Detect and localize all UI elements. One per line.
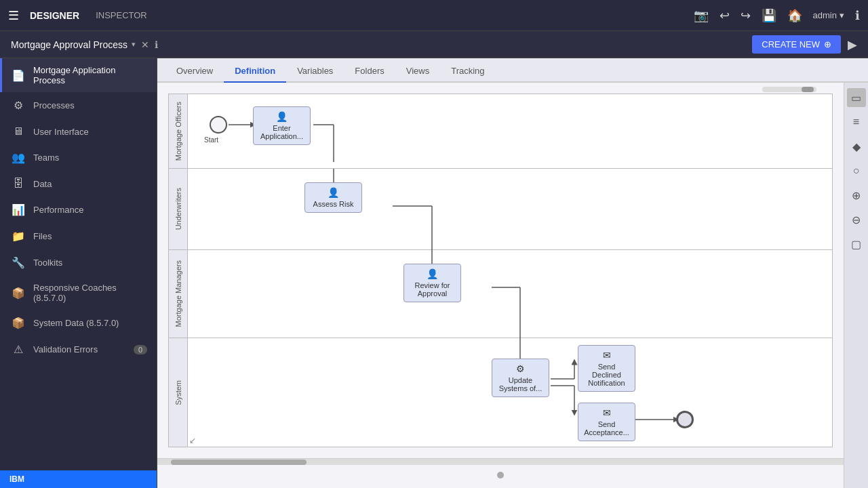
- deploy-button[interactable]: 🏠: [787, 8, 802, 23]
- task-icon-acceptance: ✉: [584, 407, 629, 418]
- sidebar-item-label: Files: [33, 231, 52, 241]
- task-enter-application[interactable]: 👤 Enter Application...: [253, 106, 311, 145]
- toolbar-select-button[interactable]: ▭: [847, 88, 866, 107]
- menu-icon[interactable]: ☰: [8, 8, 19, 23]
- sidebar-item-system-data[interactable]: 📦 System Data (8.5.7.0): [0, 310, 157, 336]
- tab-folders[interactable]: Folders: [344, 60, 395, 83]
- task-send-acceptance[interactable]: ✉ Send Acceptance...: [578, 403, 635, 441]
- subbar-icons: ✕ ℹ: [141, 39, 158, 50]
- swimlane-label-col-mortgage-officers: Mortgage Officers: [169, 94, 188, 168]
- sidebar-item-responsive-coaches[interactable]: 📦 Responsive Coaches (8.5.7.0): [0, 276, 157, 310]
- sidebar-item-label: System Data (8.5.7.0): [33, 318, 119, 328]
- swimlane-row-mortgage-managers: Mortgage Managers: [169, 250, 832, 338]
- swimlane-label-col-system: System: [169, 338, 188, 447]
- topbar-info-icon[interactable]: ℹ: [855, 8, 860, 23]
- sidebar-item-label: Mortgage Application Process: [33, 65, 147, 85]
- close-process-button[interactable]: ✕: [141, 39, 149, 50]
- sidebar-item-label: Data: [33, 179, 52, 189]
- sidebar-item-teams[interactable]: 👥 Teams: [0, 144, 157, 171]
- task-assess-risk[interactable]: 👤 Assess Risk: [304, 182, 362, 213]
- swimlane-content-mortgage-managers: 👤 Review for Approval: [188, 250, 832, 338]
- arrows-svg-managers: [188, 250, 832, 338]
- scroll-thumb: [802, 87, 814, 92]
- swimlane-label-system: System: [174, 380, 182, 405]
- redo-button[interactable]: ↪: [741, 8, 751, 23]
- sidebar-item-mortgage-app[interactable]: 📄 Mortgage Application Process: [0, 58, 157, 92]
- admin-menu[interactable]: admin ▾: [813, 10, 844, 20]
- toolbar-zoom-in-button[interactable]: ⊕: [847, 186, 866, 205]
- process-title-text: Mortgage Approval Process: [11, 39, 127, 50]
- process-title-chevron[interactable]: ▾: [132, 40, 136, 49]
- swimlane-row-underwriters: Underwriters: [169, 169, 832, 250]
- toolkits-icon: 🔧: [12, 256, 25, 269]
- toolbar-shape-button[interactable]: ◆: [847, 137, 866, 156]
- tab-definition[interactable]: Definition: [224, 60, 286, 83]
- sidebar-item-validation-errors[interactable]: ⚠ Validation Errors 0: [0, 336, 157, 363]
- swimlane-container[interactable]: Mortgage Officers: [157, 83, 844, 488]
- swimlane-row-system: System: [169, 338, 832, 447]
- swimlane-content-system: ⚙ Update Systems of... ✉ Send Declined N…: [188, 338, 832, 447]
- task-icon-declined: ✉: [584, 350, 629, 361]
- sidebar-item-label: Teams: [33, 152, 59, 163]
- package-icon: 📦: [12, 287, 25, 300]
- swimlane-label-underwriters: Underwriters: [174, 188, 182, 230]
- task-review-approval[interactable]: 👤 Review for Approval: [403, 264, 461, 302]
- swimlane-content-underwriters: 👤 Assess Risk: [188, 169, 832, 249]
- sidebar-item-files[interactable]: 📁 Files: [0, 223, 157, 249]
- gear-icon: ⚙: [12, 99, 25, 112]
- play-button[interactable]: ▶: [848, 37, 857, 52]
- validation-errors-badge: 0: [134, 345, 147, 354]
- toolbar-swimlane-button[interactable]: ≡: [847, 113, 866, 131]
- arrows-svg-underwriters: [188, 169, 832, 249]
- toolbar-fit-button[interactable]: ▢: [847, 235, 866, 253]
- task-update-systems[interactable]: ⚙ Update Systems of...: [492, 359, 549, 397]
- topbar: ☰ DESIGNER INSPECTOR 📷 ↩ ↪ 💾 🏠 admin ▾ ℹ: [0, 0, 868, 31]
- task-send-declined[interactable]: ✉ Send Declined Notification: [578, 345, 635, 392]
- sidebar-item-toolkits[interactable]: 🔧 Toolkits: [0, 249, 157, 276]
- tab-overview[interactable]: Overview: [165, 60, 224, 83]
- swimlane-scroll-inner: Mortgage Officers: [157, 83, 844, 458]
- tab-views[interactable]: Views: [395, 60, 440, 83]
- files-icon: 📁: [12, 230, 25, 243]
- start-label: Start: [204, 136, 218, 144]
- content-area: Overview Definition Variables Folders Vi…: [157, 58, 868, 488]
- sidebar-item-user-interface[interactable]: 🖥 User Interface: [0, 119, 157, 144]
- tab-tracking[interactable]: Tracking: [440, 60, 495, 83]
- sidebar-item-label: Toolkits: [33, 258, 62, 268]
- process-info-button[interactable]: ℹ: [155, 39, 158, 50]
- main-layout: 📄 Mortgage Application Process ⚙ Process…: [0, 58, 868, 488]
- sidebar-item-processes[interactable]: ⚙ Processes: [0, 92, 157, 119]
- right-toolbar: ▭ ≡ ◆ ○ ⊕ ⊖ ▢: [844, 83, 868, 488]
- end-node[interactable]: [676, 411, 694, 428]
- swimlane-row-mortgage-officers: Mortgage Officers: [169, 94, 832, 169]
- toolbar-zoom-out-button[interactable]: ⊖: [847, 210, 866, 229]
- system-data-icon: 📦: [12, 317, 25, 329]
- toolbar-flow-button[interactable]: ○: [847, 161, 866, 180]
- document-icon: 📄: [12, 69, 25, 82]
- tabs-bar: Overview Definition Variables Folders Vi…: [157, 58, 868, 83]
- inspector-label[interactable]: INSPECTOR: [96, 10, 147, 20]
- create-new-icon: ⊕: [824, 39, 831, 49]
- sidebar: 📄 Mortgage Application Process ⚙ Process…: [0, 58, 157, 488]
- bottom-scrollbar-thumb: [171, 460, 307, 465]
- data-icon: 🗄: [12, 178, 25, 190]
- task-icon-enter-app: 👤: [259, 111, 304, 122]
- swimlane-label-mortgage-managers: Mortgage Managers: [174, 260, 182, 327]
- diagram-scroll-bottom-left[interactable]: ↙: [189, 436, 196, 445]
- sidebar-item-performance[interactable]: 📊 Performance: [0, 197, 157, 223]
- ibm-footer: IBM: [0, 470, 157, 488]
- start-node[interactable]: [210, 116, 227, 134]
- tab-variables[interactable]: Variables: [286, 60, 344, 83]
- process-title: Mortgage Approval Process ▾: [11, 39, 136, 50]
- create-new-button[interactable]: CREATE NEW ⊕: [752, 35, 841, 54]
- scroll-indicator: [762, 87, 816, 92]
- diagram-area: Mortgage Officers: [157, 83, 868, 488]
- screenshot-button[interactable]: 📷: [694, 8, 709, 23]
- swimlane-label-col-underwriters: Underwriters: [169, 169, 188, 249]
- save-button[interactable]: 💾: [762, 8, 776, 23]
- undo-button[interactable]: ↩: [719, 8, 730, 23]
- sidebar-item-data[interactable]: 🗄 Data: [0, 171, 157, 197]
- create-new-label: CREATE NEW: [762, 39, 820, 49]
- bottom-scrollbar[interactable]: [157, 458, 844, 465]
- designer-label: DESIGNER: [30, 10, 79, 21]
